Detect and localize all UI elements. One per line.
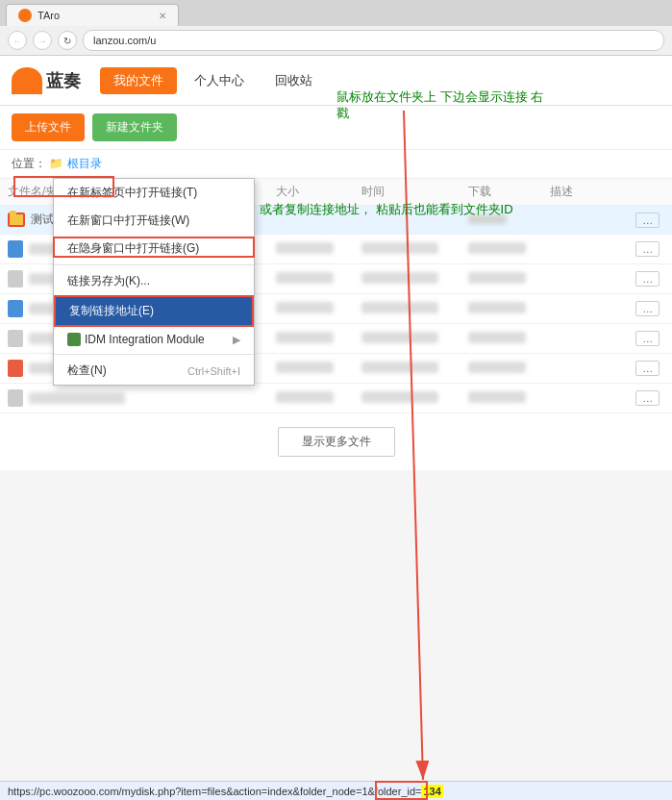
row-more-btn[interactable]: … — [635, 390, 660, 406]
show-more-btn[interactable]: 显示更多文件 — [278, 427, 395, 457]
file-time — [354, 206, 460, 235]
ctx-open-incognito[interactable]: 在隐身窗口中打开链接(G) — [54, 235, 254, 262]
upload-file-btn[interactable]: 上传文件 — [12, 113, 85, 141]
ctx-inspect[interactable]: 检查(N) Ctrl+Shift+I — [54, 357, 254, 385]
forward-btn[interactable]: → — [33, 31, 52, 50]
file-size — [268, 206, 354, 235]
col-size: 大小 — [268, 179, 354, 206]
file-icon — [8, 270, 23, 288]
col-desc: 描述 — [542, 179, 628, 206]
file-icon — [8, 360, 23, 377]
file-downloads — [460, 206, 542, 235]
cloud-logo-icon — [12, 67, 42, 94]
breadcrumb-folder-icon: 📁 — [49, 157, 63, 170]
browser-tab-active[interactable]: TAro ✕ — [6, 4, 179, 26]
row-more-btn[interactable]: … — [635, 271, 660, 287]
header-nav: 我的文件 个人中心 回收站 — [100, 67, 326, 94]
row-more-btn[interactable]: … — [635, 241, 660, 257]
file-name-label — [29, 392, 125, 404]
ctx-separator-1 — [54, 264, 254, 265]
file-icon — [8, 389, 23, 407]
browser-address-bar: ← → ↻ — [0, 26, 672, 55]
nav-my-files[interactable]: 我的文件 — [100, 67, 177, 94]
back-btn[interactable]: ← — [8, 31, 27, 50]
ctx-open-new-window[interactable]: 在新窗口中打开链接(W) — [54, 207, 254, 235]
tab-title: TAro — [37, 10, 60, 21]
file-icon — [8, 240, 23, 258]
status-url-id: 134 — [421, 785, 442, 798]
logo-text: 蓝奏 — [46, 69, 81, 92]
app-header: 蓝奏 我的文件 个人中心 回收站 — [0, 56, 672, 106]
ctx-open-new-tab[interactable]: 在新标签页中打开链接(T) — [54, 179, 254, 207]
breadcrumb: 位置： 📁 根目录 — [0, 150, 672, 179]
refresh-btn[interactable]: ↻ — [58, 31, 77, 50]
toolbar: 上传文件 新建文件夹 — [0, 106, 672, 150]
row-more-btn[interactable]: … — [635, 331, 660, 346]
ctx-separator-2 — [54, 354, 254, 355]
tab-favicon — [18, 9, 32, 22]
file-icon — [8, 330, 23, 347]
file-icon — [8, 300, 23, 317]
table-row[interactable]: … — [0, 384, 672, 413]
row-more-btn-cell: … — [628, 206, 672, 235]
idm-icon — [67, 333, 81, 346]
nav-personal[interactable]: 个人中心 — [181, 67, 258, 94]
tab-close-btn[interactable]: ✕ — [159, 11, 166, 21]
new-folder-btn[interactable]: 新建文件夹 — [92, 113, 177, 141]
row-more-btn[interactable]: … — [635, 212, 660, 228]
browser-chrome: TAro ✕ ← → ↻ — [0, 0, 672, 56]
status-bar: https://pc.woozooo.com/mydisk.php?item=f… — [0, 781, 672, 800]
ctx-save-link[interactable]: 链接另存为(K)... — [54, 267, 254, 295]
col-actions — [628, 179, 672, 206]
breadcrumb-root-link[interactable]: 根目录 — [67, 157, 102, 170]
browser-tabs: TAro ✕ — [0, 0, 672, 26]
file-desc — [542, 206, 628, 235]
file-name-cell — [0, 384, 236, 413]
col-downloads: 下载 — [460, 179, 542, 206]
folder-icon — [8, 212, 25, 227]
ctx-idm[interactable]: IDM Integration Module ▶ — [54, 327, 254, 352]
address-input[interactable] — [83, 30, 664, 51]
status-url: https://pc.woozooo.com/mydisk.php?item=f… — [8, 786, 443, 797]
col-time: 时间 — [354, 179, 460, 206]
ctx-copy-link[interactable]: 复制链接地址(E) — [54, 295, 254, 327]
breadcrumb-prefix: 位置： — [12, 157, 46, 170]
nav-recycle[interactable]: 回收站 — [261, 67, 326, 94]
logo-area: 蓝奏 — [12, 67, 81, 94]
context-menu: 在新标签页中打开链接(T) 在新窗口中打开链接(W) 在隐身窗口中打开链接(G)… — [53, 178, 255, 386]
row-more-btn[interactable]: … — [635, 301, 660, 316]
row-more-btn[interactable]: … — [635, 361, 660, 376]
show-more-wrap: 显示更多文件 — [0, 413, 672, 470]
